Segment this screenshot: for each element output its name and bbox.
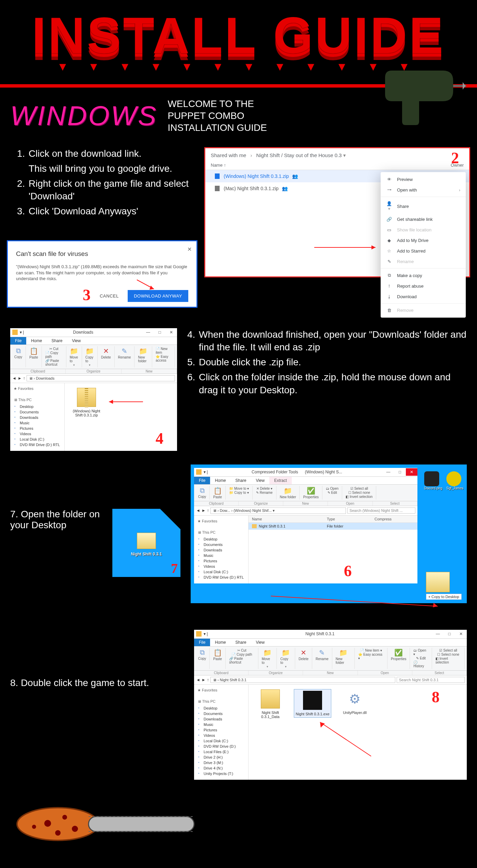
open-button[interactable]: 🗂 Open ▾ <box>413 649 428 656</box>
tree-item[interactable]: Downloads <box>197 547 246 553</box>
tree-item[interactable]: DVD RW Drive (D:) <box>197 744 246 749</box>
paste-icon[interactable]: 📋 <box>213 649 222 657</box>
tree-item[interactable]: Documents <box>197 542 246 547</box>
history-button[interactable]: 🕘 History <box>413 660 428 668</box>
properties-icon[interactable]: ✅ <box>307 487 315 495</box>
menu-add-my-drive[interactable]: ◆Add to My Drive <box>381 235 466 246</box>
rename-icon[interactable]: ✎ <box>122 347 127 355</box>
copy-to-icon[interactable]: 📁 <box>282 649 290 657</box>
back-button[interactable]: ◄ <box>12 376 16 381</box>
copy-to-icon[interactable]: 📁 <box>85 347 94 355</box>
tree-item[interactable]: DVD RW Drive (D:) RTL <box>14 442 62 447</box>
tree-item[interactable]: Drive 3 (M:) <box>197 760 246 765</box>
menu-add-starred[interactable]: ☆Add to Starred <box>381 246 466 256</box>
tab-view[interactable]: View <box>251 477 269 484</box>
copy-icon[interactable]: ⧉ <box>16 347 21 355</box>
invert-selection-button[interactable]: ◧ Invert selection <box>435 657 461 664</box>
new-item-button[interactable]: 📄 New item ▾ <box>360 649 382 652</box>
address-bar[interactable]: 🖥 › Downloads <box>27 375 175 381</box>
desktop-icon[interactable]: Sgt_James <box>446 471 463 490</box>
new-folder-icon[interactable]: 📁 <box>284 487 292 495</box>
minimize-button[interactable]: — <box>432 630 444 638</box>
tab-share[interactable]: Share <box>47 337 67 345</box>
cut-button[interactable]: ✂ Cut <box>237 649 246 652</box>
cancel-button[interactable]: CANCEL <box>100 293 119 299</box>
minimize-button[interactable]: — <box>142 329 154 336</box>
address-bar[interactable]: 🖥 › Night Shift 0.3.1 <box>210 677 395 683</box>
maximize-button[interactable]: □ <box>444 630 455 638</box>
tree-item[interactable]: Videos <box>197 733 246 738</box>
menu-shareable-link[interactable]: 🔗Get shareable link <box>381 214 466 225</box>
download-anyway-button[interactable]: DOWNLOAD ANYWAY <box>128 290 188 302</box>
close-button[interactable]: ✕ <box>406 468 417 476</box>
close-button[interactable]: ✕ <box>455 630 467 638</box>
tree-item[interactable]: Drive 2 (H:) <box>197 755 246 760</box>
tree-item[interactable]: Music <box>14 420 62 426</box>
tree-item[interactable]: DVD RW Drive (D:) RTL <box>197 575 246 580</box>
tab-share[interactable]: Share <box>230 477 251 484</box>
tree-item[interactable]: Local Disk (C:) <box>197 569 246 575</box>
easy-access-button[interactable]: ⭐ Easy access <box>156 355 171 362</box>
folder-row-selected[interactable]: Night Shift 0.3.1 File folder <box>249 523 417 530</box>
tree-item[interactable]: Desktop <box>197 705 246 711</box>
invert-selection-button[interactable]: ◧ Invert selection <box>346 495 372 499</box>
copy-path-button[interactable]: 📄 Copy path <box>232 653 252 656</box>
edit-button[interactable]: ✎ Edit <box>416 656 426 660</box>
cut-button[interactable]: ✂ Cut <box>49 347 58 351</box>
paste-shortcut-button[interactable]: 🔗 Paste shortcut <box>45 359 63 366</box>
paste-icon[interactable]: 📋 <box>213 487 222 495</box>
up-button[interactable]: ↑ <box>23 376 25 381</box>
tree-item[interactable]: Drive 4 (N:) <box>197 765 246 771</box>
tree-item[interactable]: Local Files (E:) <box>197 749 246 755</box>
menu-share[interactable]: 👤+Share <box>381 198 466 214</box>
forward-button[interactable]: ► <box>202 508 206 513</box>
zip-file-item[interactable]: (Windows) Night Shift 0.3.1.zip <box>69 388 104 417</box>
maximize-button[interactable]: □ <box>394 468 406 476</box>
tree-item[interactable]: Music <box>197 722 246 727</box>
tab-home[interactable]: Home <box>210 477 230 484</box>
desktop-folder-thumbnail[interactable]: Night Shift 0.3.1 7 <box>112 509 180 577</box>
tree-item[interactable]: Unity Projects (T:) <box>197 771 246 776</box>
tree-item[interactable]: Documents <box>197 711 246 716</box>
move-to-icon[interactable]: 📁 <box>70 347 78 355</box>
edit-button[interactable]: ✎ Edit <box>328 491 337 494</box>
properties-icon[interactable]: ✅ <box>394 649 403 657</box>
maximize-button[interactable]: □ <box>154 329 165 336</box>
tree-item[interactable]: Downloads <box>14 415 62 420</box>
select-none-button[interactable]: ☐ Select none <box>437 653 459 656</box>
tree-item[interactable]: Pictures <box>197 558 246 564</box>
menu-open-with[interactable]: ⭢Open with› <box>381 185 466 195</box>
new-folder-icon[interactable]: 📁 <box>339 649 348 657</box>
delete-icon[interactable]: ✕ <box>103 347 109 355</box>
desktop-icon[interactable]: Discord.png <box>424 471 442 490</box>
menu-download[interactable]: ⭳Download <box>381 291 466 302</box>
up-button[interactable]: ↑ <box>207 508 209 513</box>
tab-file[interactable]: File <box>10 337 26 345</box>
menu-make-copy[interactable]: ⧉Make a copy <box>381 270 466 281</box>
tree-item[interactable]: Documents <box>14 409 62 415</box>
tree-item[interactable]: Pictures <box>197 727 246 733</box>
copy-icon[interactable]: ⧉ <box>200 487 205 494</box>
rename-button[interactable]: ✎ Rename <box>256 491 273 494</box>
tab-file[interactable]: File <box>194 639 210 646</box>
move-to-button[interactable]: 📁 Move to ▾ <box>229 487 249 490</box>
game-exe-item[interactable]: Night Shift 0.3.1.exe <box>294 689 331 717</box>
rename-icon[interactable]: ✎ <box>319 649 325 657</box>
tree-item[interactable]: Local Disk (C:) <box>197 738 246 744</box>
new-item-button[interactable]: 📄 New item <box>156 347 171 354</box>
tree-item[interactable]: Pictures <box>14 426 62 431</box>
forward-button[interactable]: ► <box>202 677 206 682</box>
forward-button[interactable]: ► <box>18 376 22 381</box>
minimize-button[interactable]: — <box>383 468 394 476</box>
close-button[interactable]: ✕ <box>165 329 177 336</box>
tab-home[interactable]: Home <box>210 639 230 646</box>
select-all-button[interactable]: ☑ Select all <box>439 649 457 652</box>
paste-icon[interactable]: 📋 <box>30 347 38 355</box>
menu-preview[interactable]: 👁Preview <box>381 174 466 185</box>
easy-access-button[interactable]: ⭐ Easy access ▾ <box>358 653 384 660</box>
copy-icon[interactable]: ⧉ <box>200 649 205 656</box>
breadcrumb[interactable]: Shared with me <box>211 152 246 158</box>
back-button[interactable]: ◄ <box>196 677 200 682</box>
select-none-button[interactable]: ☐ Select none <box>348 491 370 494</box>
tree-item[interactable]: Desktop <box>197 536 246 542</box>
